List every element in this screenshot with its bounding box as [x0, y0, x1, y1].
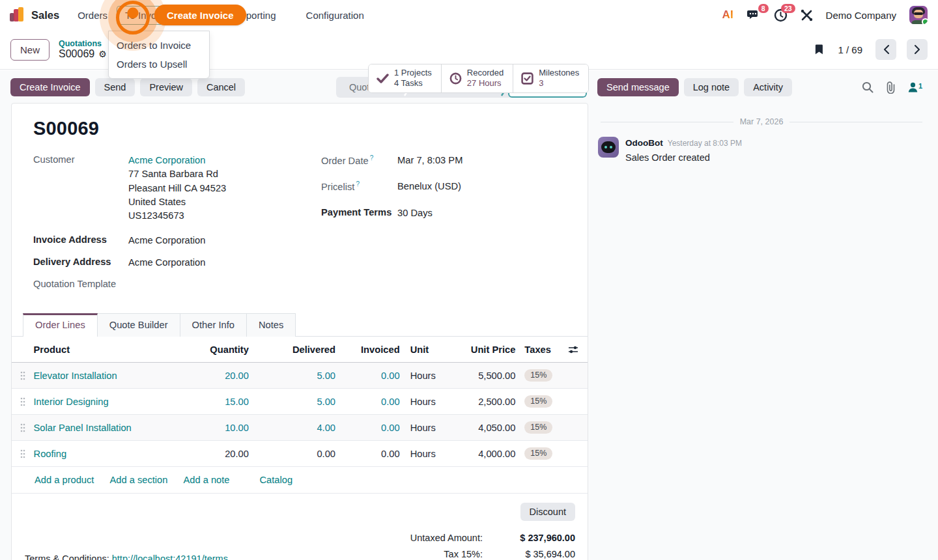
- tax-badge[interactable]: 15%: [524, 421, 552, 434]
- unit-price-cell[interactable]: 2,500.00: [458, 397, 516, 407]
- col-header-unit-price[interactable]: Unit Price: [458, 344, 516, 355]
- nav-item-configuration[interactable]: Configuration: [300, 6, 371, 25]
- table-row[interactable]: Elevator Installation 20.00 5.00 0.00 Ho…: [12, 363, 588, 389]
- delivery-address-value[interactable]: Acme Corporation: [128, 256, 205, 270]
- nav-item-orders[interactable]: Orders: [71, 6, 114, 25]
- drag-handle-icon[interactable]: [12, 397, 34, 406]
- add-a-product-link[interactable]: Add a product: [35, 475, 94, 485]
- optional-columns-icon[interactable]: [560, 345, 588, 354]
- payment-terms-value[interactable]: 30 Days: [397, 206, 433, 220]
- add-a-note-link[interactable]: Add a note: [183, 475, 229, 485]
- col-header-product[interactable]: Product: [34, 344, 195, 355]
- col-header-taxes[interactable]: Taxes: [515, 344, 559, 355]
- col-header-invoiced[interactable]: Invoiced: [335, 344, 400, 355]
- search-icon[interactable]: [862, 81, 874, 93]
- breadcrumb-quotations[interactable]: Quotations: [59, 39, 107, 48]
- unit-cell: Hours: [400, 371, 458, 381]
- invoice-address-value[interactable]: Acme Corporation: [128, 234, 205, 247]
- tax-badge[interactable]: 15%: [524, 369, 552, 382]
- log-note-button[interactable]: Log note: [684, 78, 739, 96]
- activities-icon[interactable]: 23: [774, 8, 788, 22]
- quantity-cell[interactable]: 20.00: [194, 449, 249, 459]
- order-sheet: S00069 Customer Acme Corporation 77 Sant…: [11, 103, 588, 560]
- tab-order-lines[interactable]: Order Lines: [23, 313, 98, 337]
- col-header-unit[interactable]: Unit: [400, 344, 458, 355]
- order-title: S00069: [33, 118, 566, 139]
- pager-next-button[interactable]: [907, 39, 928, 60]
- customer-link[interactable]: Acme Corporation: [128, 155, 205, 165]
- add-a-section-link[interactable]: Add a section: [109, 475, 167, 485]
- delivered-cell[interactable]: 5.00: [249, 371, 335, 381]
- send-message-button[interactable]: Send message: [597, 78, 679, 96]
- terms-link[interactable]: http://localhost:42191/terms: [112, 553, 228, 560]
- delivered-cell[interactable]: 5.00: [249, 397, 335, 407]
- stat-buttons: 1 Projects 4 Tasks Recorded 27 Hours Mil…: [368, 64, 589, 93]
- paperclip-icon[interactable]: [885, 81, 896, 94]
- table-row[interactable]: Solar Panel Installation 10.00 4.00 0.00…: [12, 415, 588, 441]
- tab-other-info[interactable]: Other Info: [180, 313, 247, 337]
- stat-button-milestones[interactable]: Milestones 3: [513, 64, 588, 92]
- tab-notes[interactable]: Notes: [247, 313, 296, 337]
- delivered-cell[interactable]: 4.00: [249, 423, 335, 433]
- discount-button[interactable]: Discount: [520, 503, 575, 521]
- invoiced-cell[interactable]: 0.00: [335, 423, 400, 433]
- send-button[interactable]: Send: [95, 78, 135, 96]
- bookmark-icon[interactable]: [814, 44, 825, 56]
- col-header-delivered[interactable]: Delivered: [249, 344, 335, 355]
- tax-badge[interactable]: 15%: [524, 447, 552, 460]
- product-link[interactable]: Solar Panel Installation: [34, 423, 132, 433]
- menu-item-orders-to-invoice[interactable]: Orders to Invoice: [109, 36, 209, 55]
- app-name[interactable]: Sales: [31, 9, 59, 21]
- product-link[interactable]: Interior Designing: [34, 397, 109, 407]
- chatter-message[interactable]: OdooBot Yesterday at 8:03 PM Sales Order…: [598, 137, 922, 165]
- invoiced-cell[interactable]: 0.00: [335, 397, 400, 407]
- product-link[interactable]: Roofing: [34, 449, 67, 459]
- unit-price-cell[interactable]: 4,050.00: [458, 423, 516, 433]
- stat-milestones-line2: 3: [539, 78, 579, 89]
- stat-button-projects[interactable]: 1 Projects 4 Tasks: [369, 64, 442, 92]
- content-area: Create Invoice Send Preview Cancel Quota…: [0, 70, 938, 560]
- catalog-link[interactable]: Catalog: [260, 475, 293, 485]
- quantity-cell[interactable]: 15.00: [194, 397, 249, 407]
- cancel-button[interactable]: Cancel: [197, 78, 245, 96]
- company-switcher[interactable]: Demo Company: [826, 10, 896, 21]
- order-date-value[interactable]: Mar 7, 8:03 PM: [397, 154, 462, 167]
- pricelist-value[interactable]: Benelux (USD): [397, 180, 461, 193]
- tools-icon[interactable]: [801, 9, 813, 21]
- activity-button[interactable]: Activity: [744, 78, 792, 96]
- table-row[interactable]: Interior Designing 15.00 5.00 0.00 Hours…: [12, 389, 588, 415]
- invoiced-cell[interactable]: 0.00: [335, 449, 400, 459]
- table-row[interactable]: Roofing 20.00 0.00 0.00 Hours 4,000.00 1…: [12, 441, 588, 467]
- quantity-cell[interactable]: 10.00: [194, 423, 249, 433]
- tour-tooltip-create-invoice[interactable]: Create Invoice: [154, 5, 246, 25]
- ai-icon[interactable]: AI: [722, 8, 733, 21]
- drag-handle-icon[interactable]: [12, 423, 34, 432]
- drag-handle-icon[interactable]: [12, 371, 34, 380]
- menu-item-orders-to-upsell[interactable]: Orders to Upsell: [109, 55, 209, 74]
- create-invoice-button[interactable]: Create Invoice: [10, 78, 90, 96]
- follower-person-icon: [908, 82, 918, 92]
- preview-button[interactable]: Preview: [140, 78, 192, 96]
- messages-icon[interactable]: 8: [746, 8, 761, 21]
- app-brand[interactable]: Sales: [0, 7, 71, 23]
- pager-previous-button[interactable]: [875, 39, 896, 60]
- followers-button[interactable]: 1: [908, 82, 922, 92]
- new-button[interactable]: New: [10, 39, 50, 61]
- stat-button-recorded-hours[interactable]: Recorded 27 Hours: [442, 64, 513, 92]
- col-header-quantity[interactable]: Quantity: [194, 344, 249, 355]
- drag-handle-icon[interactable]: [12, 449, 34, 458]
- sales-app-icon: [9, 7, 25, 23]
- invoiced-cell[interactable]: 0.00: [335, 371, 400, 381]
- unit-price-cell[interactable]: 5,500.00: [458, 371, 516, 381]
- quantity-cell[interactable]: 20.00: [194, 371, 249, 381]
- delivered-cell[interactable]: 0.00: [249, 449, 335, 459]
- action-gear-icon[interactable]: ⚙: [98, 49, 107, 59]
- product-link[interactable]: Elevator Installation: [34, 371, 117, 381]
- stat-milestones-line1: Milestones: [539, 68, 579, 78]
- unit-cell: Hours: [400, 397, 458, 407]
- unit-price-cell[interactable]: 4,000.00: [458, 449, 516, 459]
- tab-quote-builder[interactable]: Quote Builder: [98, 313, 180, 337]
- tax-badge[interactable]: 15%: [524, 395, 552, 408]
- user-avatar[interactable]: [909, 6, 928, 24]
- message-author[interactable]: OdooBot: [625, 137, 663, 150]
